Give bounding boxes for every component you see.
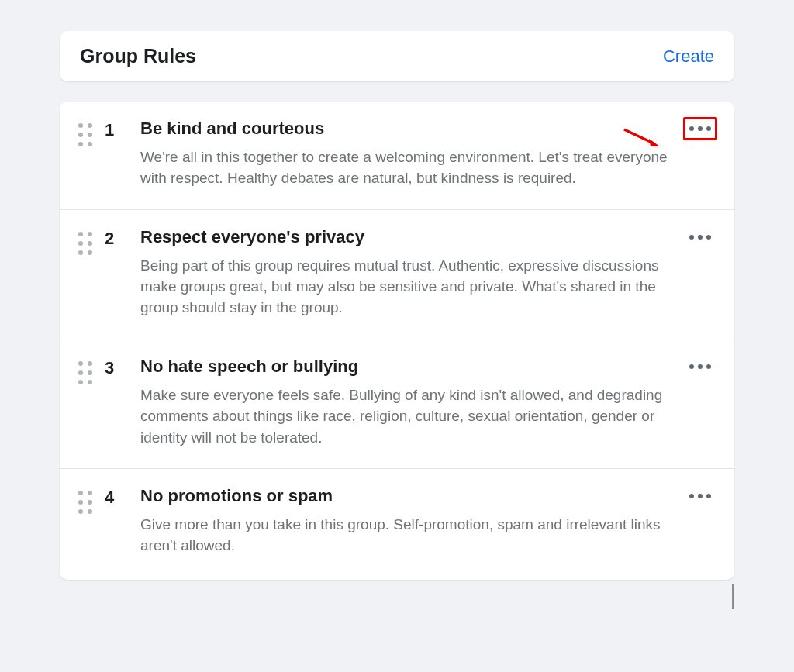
more-icon: [689, 126, 711, 131]
rule-more-button[interactable]: [683, 484, 717, 508]
rule-more-button[interactable]: [683, 355, 717, 378]
rule-menu-col: [683, 117, 717, 140]
rule-item: 2 Respect everyone's privacy Being part …: [60, 210, 734, 339]
rule-menu-col: [683, 226, 717, 249]
rule-title: No hate speech or bullying: [140, 357, 669, 377]
more-icon: [689, 235, 711, 240]
rule-item: 1 Be kind and courteous We're all in thi…: [60, 102, 734, 210]
rule-more-button[interactable]: [683, 117, 717, 140]
drag-handle-icon[interactable]: [78, 232, 94, 255]
page-title: Group Rules: [80, 45, 196, 67]
more-icon: [689, 494, 711, 498]
drag-handle-icon[interactable]: [78, 491, 94, 514]
drag-handle-col: [78, 227, 105, 255]
rule-more-button[interactable]: [683, 226, 717, 249]
rule-number: 3: [105, 357, 140, 378]
drag-handle-col: [78, 119, 105, 146]
text-cursor-icon: [732, 584, 734, 609]
rule-menu-col: [683, 484, 717, 508]
rule-content: Respect everyone's privacy Being part of…: [140, 227, 716, 319]
rule-item: 4 No promotions or spam Give more than y…: [60, 469, 734, 580]
rule-content: No promotions or spam Give more than you…: [140, 486, 716, 557]
group-rules-header: Group Rules Create: [60, 31, 734, 81]
rule-title: Be kind and courteous: [140, 119, 669, 139]
drag-handle-col: [78, 486, 105, 514]
drag-handle-icon[interactable]: [78, 123, 94, 146]
create-rule-button[interactable]: Create: [663, 47, 714, 67]
rule-content: No hate speech or bullying Make sure eve…: [140, 357, 716, 448]
rule-number: 2: [105, 227, 140, 249]
rule-description: We're all in this together to create a w…: [140, 146, 669, 189]
rule-description: Make sure everyone feels safe. Bullying …: [140, 384, 669, 448]
more-icon: [689, 364, 711, 369]
drag-handle-col: [78, 357, 105, 384]
rule-description: Give more than you take in this group. S…: [140, 514, 669, 557]
rule-number: 4: [105, 486, 140, 508]
rule-number: 1: [105, 119, 140, 140]
drag-handle-icon[interactable]: [78, 361, 94, 384]
group-rules-page: Group Rules Create 1 Be kind and courteo…: [60, 31, 734, 580]
rule-item: 3 No hate speech or bullying Make sure e…: [60, 339, 734, 469]
rule-title: Respect everyone's privacy: [140, 227, 669, 247]
rule-content: Be kind and courteous We're all in this …: [140, 119, 716, 189]
rule-description: Being part of this group requires mutual…: [140, 255, 669, 319]
rule-title: No promotions or spam: [140, 486, 669, 506]
rule-menu-col: [683, 355, 717, 378]
rules-list: 1 Be kind and courteous We're all in thi…: [60, 102, 734, 580]
